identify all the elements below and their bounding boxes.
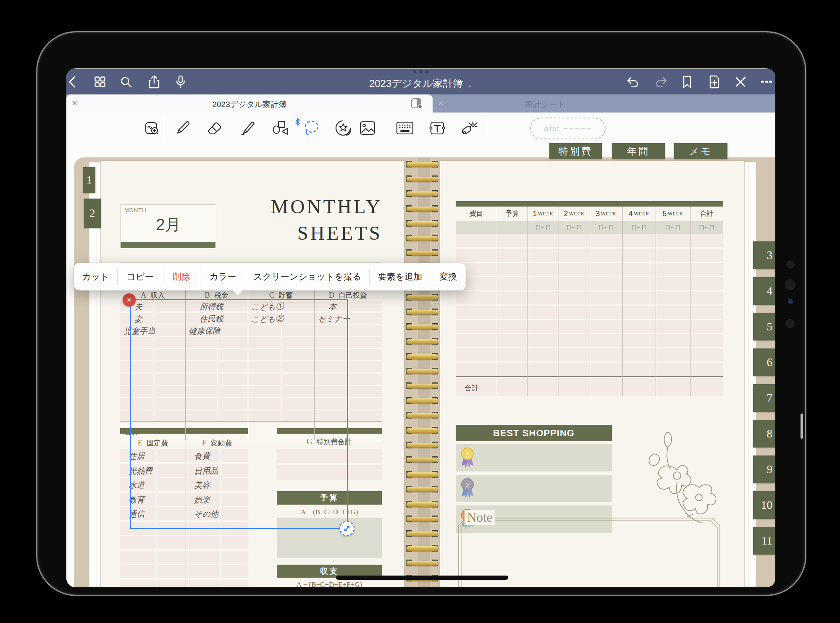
context-menu-item[interactable]: コピー [117,263,163,291]
page-tab-3[interactable]: 3 [753,241,775,269]
notebook-tab-メモ[interactable]: メモ [674,143,727,159]
balance-formula: A − (B+C+D+E+F+G) [277,581,382,587]
sub-divider [348,410,349,421]
page-tab-9[interactable]: 9 [753,455,775,483]
date-range-cell: 日− 日 [590,221,622,234]
date-range-cell: 日− 日 [559,221,590,234]
context-menu-item[interactable]: 削除 [163,263,200,291]
date-range-cell: 日− 日 [690,221,723,234]
spiral-ring [407,517,438,521]
page-tab-5[interactable]: 5 [753,313,775,340]
bookmark-icon[interactable] [678,73,696,91]
table-row [120,565,248,578]
page-tab-8[interactable]: 8 [753,420,775,448]
pen-off-icon[interactable] [731,73,750,91]
side-camera-lens [785,279,795,290]
home-indicator[interactable] [336,576,508,580]
context-menu-item[interactable]: 要素を追加 [369,263,431,291]
sub-divider [156,565,157,578]
spiral-ring [407,339,438,344]
zoom-window-tool-icon[interactable] [142,118,162,138]
redo-icon[interactable] [652,73,671,91]
more-icon[interactable]: ••• [758,73,775,91]
week-table: 費目予算1WEEK2WEEK3WEEK4WEEK5WEEK合計日− 日日− 日日… [440,161,744,396]
split-view-icon[interactable] [411,98,423,110]
week-col-header: 2WEEK [559,207,590,221]
sticker-tool-icon[interactable] [333,118,353,138]
date-range-cell: 日− 日 [528,221,559,234]
tools-toolbar: abc ~~~~~ [66,113,775,144]
add-page-icon[interactable] [705,73,724,91]
toolbar-divider [487,118,487,139]
svg-text:1: 1 [466,450,470,458]
sub-divider [220,580,221,587]
sub-divider [220,565,221,578]
medal-rank-1-icon: 1 [459,447,476,470]
week-col-header: 合計 [690,207,723,221]
best-shopping-header: BEST SHOPPING [456,425,612,441]
spiral-ring [407,413,438,418]
title-chevron-icon: ⌄ [467,81,473,88]
text-tool-icon[interactable] [427,118,447,138]
spiral-ring [407,295,438,300]
page-tab-6[interactable]: 6 [753,348,775,376]
best-shopping-row: 1 [456,444,612,471]
keyboard-tool-icon[interactable] [395,118,415,138]
page-tab-2[interactable]: 2 [84,199,101,228]
col-divider [590,207,590,396]
page-tab-10[interactable]: 10 [753,491,775,519]
sub-divider [348,386,349,397]
document-canvas[interactable]: MONTH 2月 MONTHLY SHEETS 今月の目標 A収入B税金C貯蓄D… [66,144,775,587]
screen: 2023デジタル家計簿⌄ ••• ✕ 2023デジタル家計簿 ✕ 家計シート [66,68,775,587]
tab-active-document[interactable]: ✕ 2023デジタル家計簿 [66,94,433,113]
highlighter-tool-icon[interactable] [237,118,257,138]
tab-inactive-document[interactable]: 家計シート [478,99,612,110]
sub-divider [348,361,349,372]
undo-icon[interactable] [623,73,642,91]
selection-delete-button[interactable]: ✕ [123,293,136,306]
page-tab-4[interactable]: 4 [753,277,775,305]
month-underline [121,242,215,248]
context-menu-item[interactable]: スクリーンショットを撮る [246,263,369,291]
shapes-tool-icon[interactable] [270,118,290,138]
multitask-dots-icon[interactable] [407,70,434,75]
spiral-ring [407,325,438,329]
page-tab-7[interactable]: 7 [753,384,775,412]
table-row [120,551,248,564]
page-tab-11[interactable]: 11 [753,527,775,555]
page-tab-1[interactable]: 1 [83,167,95,193]
tab-title: 2023デジタル家計簿 [66,99,433,110]
side-camera-dot [786,260,795,269]
flower-art [637,420,721,534]
page-title: MONTHLY SHEETS [271,194,382,247]
col-divider [559,207,559,396]
month-value: 2月 [121,214,216,236]
spiral-ring [407,487,438,492]
pen-tool-icon[interactable] [173,118,193,138]
sub-divider [348,325,349,336]
selection-resize-handle[interactable] [339,521,354,536]
image-tool-icon[interactable] [357,118,378,138]
notebook-tab-特別費[interactable]: 特別費 [549,143,602,159]
table-row [120,580,248,587]
left-page[interactable]: MONTH 2月 MONTHLY SHEETS 今月の目標 A収入B税金C貯蓄D… [101,161,404,587]
sub-divider [348,337,349,348]
week-col-header: 3WEEK [590,207,622,221]
table-row [120,536,248,549]
notebook-tab-年間[interactable]: 年間 [612,143,665,159]
context-menu-item[interactable]: カット [74,263,117,291]
laser-tool-icon[interactable] [459,118,479,138]
context-menu-item[interactable]: カラー [200,263,246,291]
context-menu-item[interactable]: 変換 [431,263,466,291]
tab-bar: ✕ 2023デジタル家計簿 ✕ 家計シート [66,94,775,113]
handwriting-recognition-hint[interactable]: abc ~~~~~ [530,118,606,139]
right-page[interactable]: 費目予算1WEEK2WEEK3WEEK4WEEK5WEEK合計日− 日日− 日日… [440,161,744,587]
week-col-header: 1WEEK [528,207,559,221]
eraser-tool-icon[interactable] [205,118,225,138]
spiral-ring [407,221,438,226]
tab-close-icon[interactable]: ✕ [438,99,444,108]
lasso-selection-rect[interactable] [130,299,348,529]
spiral-ring [407,191,438,196]
lasso-tool-icon[interactable] [301,118,321,138]
month-label: MONTH [124,207,147,213]
